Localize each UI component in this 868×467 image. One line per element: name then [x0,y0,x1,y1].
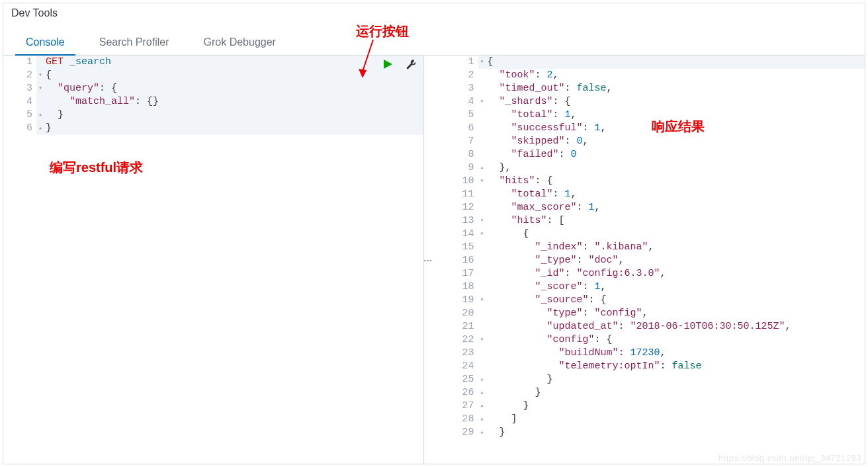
editor-line[interactable]: 22▾ "config": { [445,333,865,347]
editor-line[interactable]: 16 "_type": "doc", [445,254,865,267]
fold-toggle-icon[interactable]: ▴ [36,122,44,135]
editor-line[interactable]: 6▴} [3,122,423,135]
editor-line[interactable]: 21 "updated_at": "2018-06-10T06:30:50.12… [445,320,865,333]
editor-line[interactable]: 3▾ "query": { [3,82,423,95]
code-content[interactable]: "query": { [44,82,423,95]
editor-line[interactable]: 6 "successful": 1, [445,122,865,135]
fold-toggle-icon[interactable]: ▴ [478,426,486,439]
editor-line[interactable]: 2 "took": 2, [445,69,865,82]
editor-line[interactable]: 3 "timed_out": false, [445,82,865,95]
code-content[interactable]: "_index": ".kibana", [486,241,865,254]
line-number: 23 [445,347,478,360]
code-content[interactable]: "took": 2, [486,69,865,82]
code-content[interactable]: "_shards": { [486,95,865,108]
code-content[interactable]: { [486,56,865,69]
fold-toggle-icon[interactable]: ▾ [478,175,486,188]
editor-line[interactable]: 29▴ } [445,426,865,439]
editor-line[interactable]: 13▾ "hits": [ [445,214,865,228]
editor-line[interactable]: 7 "skipped": 0, [445,135,865,148]
line-number: 29 [445,426,478,439]
code-content[interactable]: } [486,373,865,386]
code-content[interactable]: "hits": [ [486,214,865,228]
wrench-icon[interactable] [405,59,415,72]
code-content[interactable]: "_score": 1, [486,280,865,294]
code-content[interactable]: "_source": { [486,294,865,307]
response-editor[interactable]: 1▾{2 "took": 2,3 "timed_out": false,4▾ "… [445,56,865,439]
code-content[interactable]: "config": { [486,333,865,347]
code-content[interactable]: "updated_at": "2018-06-10T06:30:50.125Z"… [486,320,865,333]
line-number: 2 [3,69,36,82]
code-content[interactable]: } [486,400,865,413]
editor-line[interactable]: 18 "_score": 1, [445,280,865,294]
editor-line[interactable]: 1▾{ [445,56,865,69]
editor-line[interactable]: 20 "type": "config", [445,307,865,320]
code-content[interactable]: { [44,69,423,82]
splitter[interactable]: ⋮ [424,56,432,464]
editor-line[interactable]: 12 "max_score": 1, [445,201,865,214]
editor-line[interactable]: 28▴ ] [445,413,865,426]
code-content[interactable]: "match_all": {} [44,95,423,108]
code-content[interactable]: "failed": 0 [486,148,865,161]
code-content[interactable]: "successful": 1, [486,122,865,135]
fold-toggle-icon[interactable]: ▴ [478,373,486,386]
editor-line[interactable]: 9▴ }, [445,161,865,175]
code-content[interactable]: }, [486,161,865,175]
code-content[interactable]: ] [486,413,865,426]
editor-line[interactable]: 2▾{ [3,69,423,82]
fold-toggle-icon[interactable]: ▾ [478,294,486,307]
fold-toggle-icon[interactable]: ▴ [478,161,486,175]
fold-toggle-icon[interactable]: ▾ [478,95,486,108]
editor-line[interactable]: 17 "_id": "config:6.3.0", [445,267,865,280]
fold-toggle-icon[interactable]: ▾ [36,69,44,82]
play-icon[interactable] [382,59,393,72]
line-number: 3 [3,82,36,95]
fold-toggle-icon[interactable]: ▾ [478,56,486,69]
editor-line[interactable]: 26▴ } [445,386,865,400]
code-content[interactable]: "_id": "config:6.3.0", [486,267,865,280]
tab-console[interactable]: Console [15,31,75,55]
editor-line[interactable]: 15 "_index": ".kibana", [445,241,865,254]
editor-line[interactable]: 24 "telemetry:optIn": false [445,360,865,373]
code-content[interactable]: GET _search [44,56,423,69]
code-content[interactable]: "hits": { [486,175,865,188]
tab-search-profiler[interactable]: Search Profiler [89,31,180,55]
fold-toggle-icon[interactable]: ▾ [36,82,44,95]
editor-line[interactable]: 4▾ "_shards": { [445,95,865,108]
code-content[interactable]: "buildNum": 17230, [486,347,865,360]
code-content[interactable]: } [486,386,865,400]
code-content[interactable]: } [44,108,423,122]
editor-line[interactable]: 1GET _search [3,56,423,69]
code-content[interactable]: { [486,228,865,241]
editor-line[interactable]: 5 "total": 1, [445,108,865,122]
code-content[interactable]: "total": 1, [486,188,865,201]
editor-line[interactable]: 11 "total": 1, [445,188,865,201]
editor-line[interactable]: 25▴ } [445,373,865,386]
code-content[interactable]: "_type": "doc", [486,254,865,267]
editor-line[interactable]: 8 "failed": 0 [445,148,865,161]
editor-line[interactable]: 14▾ { [445,228,865,241]
fold-toggle-icon[interactable]: ▾ [478,214,486,228]
code-content[interactable]: } [486,426,865,439]
editor-line[interactable]: 5▴ } [3,108,423,122]
editor-line[interactable]: 23 "buildNum": 17230, [445,347,865,360]
editor-line[interactable]: 19▾ "_source": { [445,294,865,307]
code-content[interactable]: "telemetry:optIn": false [486,360,865,373]
editor-line[interactable]: 27▴ } [445,400,865,413]
code-content[interactable]: } [44,122,423,135]
fold-toggle-icon[interactable]: ▴ [36,108,44,122]
fold-toggle-icon [36,56,44,69]
code-content[interactable]: "timed_out": false, [486,82,865,95]
tab-grok-debugger[interactable]: Grok Debugger [193,31,286,55]
fold-toggle-icon[interactable]: ▴ [478,413,486,426]
fold-toggle-icon[interactable]: ▴ [478,386,486,400]
editor-line[interactable]: 10▾ "hits": { [445,175,865,188]
code-content[interactable]: "total": 1, [486,108,865,122]
code-content[interactable]: "max_score": 1, [486,201,865,214]
fold-toggle-icon[interactable]: ▾ [478,228,486,241]
fold-toggle-icon[interactable]: ▾ [478,333,486,347]
code-content[interactable]: "type": "config", [486,307,865,320]
code-content[interactable]: "skipped": 0, [486,135,865,148]
editor-line[interactable]: 4 "match_all": {} [3,95,423,108]
fold-toggle-icon[interactable]: ▴ [478,400,486,413]
request-editor[interactable]: 1GET _search2▾{3▾ "query": {4 "match_all… [3,56,423,135]
